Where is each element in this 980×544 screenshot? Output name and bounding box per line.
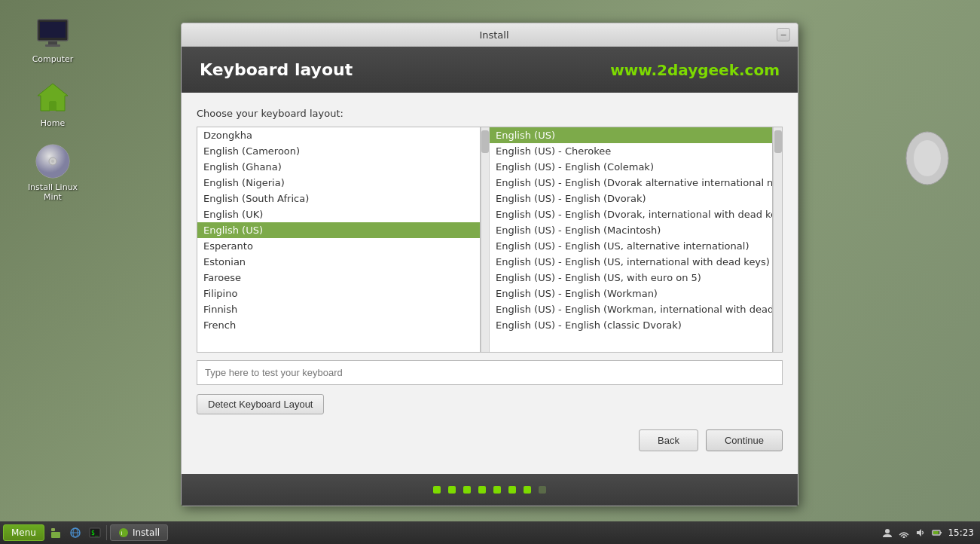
navigation-buttons: Back Continue — [197, 429, 783, 459]
svg-point-22 — [885, 529, 890, 533]
progress-dot-1 — [448, 486, 456, 494]
left-list-item[interactable]: English (Ghana) — [197, 159, 480, 175]
left-list-item[interactable]: Dzongkha — [197, 127, 480, 143]
svg-rect-1 — [40, 22, 66, 38]
taskbar-files-icon[interactable] — [47, 524, 64, 541]
left-list-item[interactable]: English (UK) — [197, 206, 480, 222]
progress-dot-6 — [524, 486, 531, 494]
right-list-item[interactable]: English (US) - English (Workman, interna… — [490, 301, 772, 317]
choose-label: Choose your keyboard layout: — [197, 108, 783, 119]
left-list-item[interactable]: English (Cameroon) — [197, 143, 480, 159]
svg-rect-26 — [940, 532, 942, 533]
website-link: www.2daygeek.com — [610, 61, 780, 79]
right-list-item[interactable]: English (US) - English (Colemak) — [490, 159, 772, 175]
svg-rect-27 — [933, 531, 939, 534]
svg-text:i: i — [121, 530, 122, 536]
tray-volume-icon[interactable] — [914, 527, 927, 539]
right-list-item[interactable]: English (US) - English (US, with euro on… — [490, 270, 772, 286]
scroll-decoration — [905, 128, 950, 191]
left-list-item[interactable]: Filipino — [197, 286, 480, 301]
progress-dot-3 — [478, 486, 486, 494]
progress-dot-4 — [493, 486, 501, 494]
progress-dot-7 — [539, 486, 546, 494]
left-list-item[interactable]: Faroese — [197, 270, 480, 286]
continue-button[interactable]: Continue — [706, 429, 783, 451]
svg-rect-14 — [51, 532, 60, 538]
detect-keyboard-button[interactable]: Detect Keyboard Layout — [197, 394, 324, 414]
right-scrollbar[interactable] — [773, 127, 782, 352]
left-list-item[interactable]: Esperanto — [197, 238, 480, 254]
right-list-item[interactable]: English (US) - English (Dvorak, internat… — [490, 206, 772, 222]
right-list-item[interactable]: English (US) - English (US, alternative … — [490, 238, 772, 254]
install-window: Install − Keyboard layout www.2daygeek.c… — [181, 23, 798, 506]
progress-dot-0 — [433, 486, 441, 494]
computer-icon-label: Computer — [32, 54, 74, 64]
taskbar-task-label: Install — [133, 527, 160, 538]
svg-rect-5 — [50, 102, 56, 111]
svg-text:$_: $_ — [91, 530, 99, 536]
title-bar-controls: − — [777, 28, 790, 41]
keyboard-variant-list[interactable]: English (US)English (US) - CherokeeEngli… — [490, 127, 773, 352]
right-list-item[interactable]: English (US) - English (Workman) — [490, 286, 772, 301]
left-list-item[interactable]: French — [197, 317, 480, 333]
taskbar: Menu $_ i — [0, 521, 980, 544]
left-list-item[interactable]: English (Nigeria) — [197, 175, 480, 191]
progress-dot-5 — [508, 486, 516, 494]
tray-user-icon[interactable] — [881, 527, 893, 539]
keyboard-test-input[interactable] — [197, 360, 783, 385]
right-list-item[interactable]: English (US) - English (Macintosh) — [490, 222, 772, 238]
menu-button[interactable]: Menu — [3, 524, 44, 541]
lists-container: DzongkhaEnglish (Cameroon)English (Ghana… — [197, 127, 783, 353]
title-bar: Install − — [182, 23, 798, 47]
tray-network-icon[interactable] — [898, 527, 910, 539]
right-list-item[interactable]: English (US) - English (Dvorak) — [490, 191, 772, 206]
progress-dot-2 — [463, 486, 471, 494]
left-list-item[interactable]: Finnish — [197, 301, 480, 317]
window-content: Choose your keyboard layout: DzongkhaEng… — [182, 93, 798, 474]
right-list-item[interactable]: English (US) — [490, 127, 772, 143]
install-icon-label: Install Linux Mint — [23, 182, 83, 202]
desktop-icon-install[interactable]: Install Linux Mint — [23, 143, 83, 202]
window-title: Install — [212, 29, 777, 41]
window-header: Keyboard layout www.2daygeek.com — [182, 47, 798, 93]
svg-rect-2 — [48, 41, 57, 44]
left-list-item[interactable]: Estonian — [197, 254, 480, 270]
desktop: Computer Home — [0, 0, 980, 544]
right-list-item[interactable]: English (US) - English (US, internationa… — [490, 254, 772, 270]
svg-rect-13 — [51, 528, 55, 531]
right-list-item[interactable]: English (US) - English (classic Dvorak) — [490, 317, 772, 333]
keyboard-language-list[interactable]: DzongkhaEnglish (Cameroon)English (Ghana… — [197, 127, 481, 352]
tray-battery-icon[interactable] — [931, 527, 943, 539]
taskbar-browser-icon[interactable] — [67, 524, 84, 541]
right-list-item[interactable]: English (US) - Cherokee — [490, 143, 772, 159]
minimize-button[interactable]: − — [777, 28, 790, 41]
taskbar-time: 15:23 — [948, 527, 974, 538]
home-icon — [35, 79, 71, 115]
desktop-icon-computer[interactable]: Computer — [23, 15, 83, 64]
left-list-item[interactable]: English (US) — [197, 222, 480, 238]
keyboard-layout-title: Keyboard layout — [200, 60, 353, 79]
taskbar-separator-1 — [106, 525, 107, 540]
left-list-item[interactable]: English (South Africa) — [197, 191, 480, 206]
taskbar-terminal-icon[interactable]: $_ — [87, 524, 103, 541]
svg-rect-3 — [45, 44, 60, 47]
computer-icon — [35, 15, 71, 51]
home-icon-label: Home — [41, 118, 65, 128]
back-button[interactable]: Back — [639, 429, 698, 451]
svg-point-12 — [914, 140, 941, 176]
right-list-item[interactable]: English (US) - English (Dvorak alternati… — [490, 175, 772, 191]
svg-point-9 — [51, 160, 54, 163]
system-tray: 15:23 — [881, 527, 977, 539]
install-cd-icon — [35, 143, 71, 179]
svg-point-23 — [903, 536, 905, 539]
desktop-icon-home[interactable]: Home — [23, 79, 83, 128]
progress-footer — [182, 474, 798, 506]
svg-marker-24 — [917, 529, 921, 536]
taskbar-install-task[interactable]: i Install — [110, 524, 168, 541]
desktop-icons: Computer Home — [23, 15, 83, 202]
list-divider — [481, 127, 490, 352]
